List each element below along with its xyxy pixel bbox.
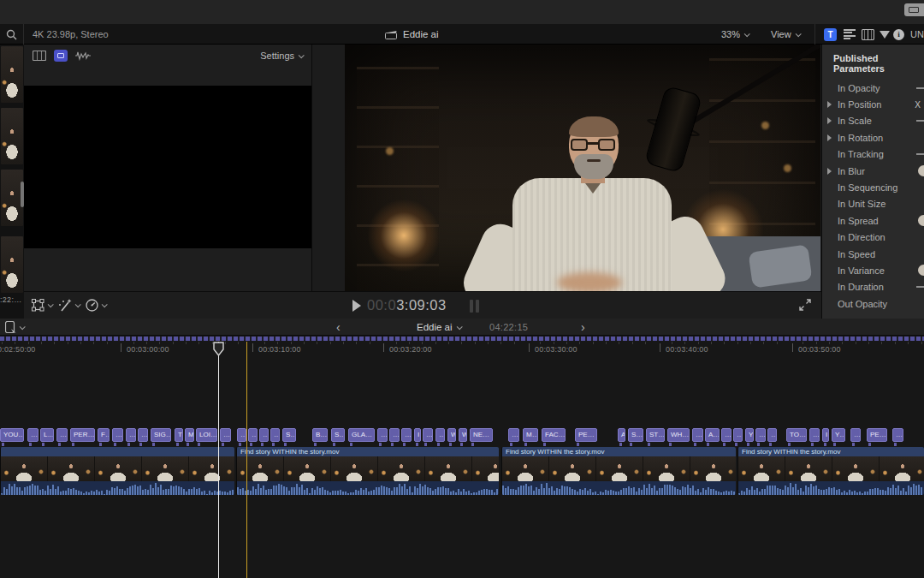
video-clip[interactable]: Find story WITHIN the story.mov bbox=[501, 447, 736, 495]
video-inspector-button[interactable] bbox=[860, 24, 875, 45]
title-clip[interactable]: … bbox=[56, 428, 68, 442]
title-clip[interactable]: … bbox=[423, 428, 433, 442]
titles-inspector-button[interactable]: T bbox=[823, 24, 838, 45]
title-clip[interactable]: S… bbox=[628, 428, 643, 442]
title-clip[interactable]: I bbox=[822, 428, 829, 442]
title-clip[interactable]: B… bbox=[312, 428, 328, 442]
timeline[interactable]: 0:02:50:0000:03:00:0000:03:10:0000:03:20… bbox=[0, 336, 924, 578]
title-clip[interactable]: M bbox=[185, 428, 194, 442]
inspector-row[interactable]: In Duration bbox=[822, 279, 924, 295]
title-clip[interactable]: YOU… bbox=[0, 428, 24, 442]
title-clip[interactable]: S… bbox=[282, 428, 296, 442]
zoom-level-dropdown[interactable]: 33% bbox=[721, 24, 749, 45]
title-clip[interactable]: F… bbox=[98, 428, 110, 442]
timeline-minimap[interactable] bbox=[0, 337, 924, 341]
title-clip[interactable]: … bbox=[401, 428, 412, 442]
title-clip[interactable]: … bbox=[237, 428, 246, 442]
fullscreen-button[interactable] bbox=[799, 299, 811, 311]
title-clip[interactable]: … bbox=[809, 428, 820, 442]
timeline-index-button[interactable] bbox=[5, 319, 24, 336]
title-clip[interactable]: PE… bbox=[867, 428, 887, 442]
title-clip[interactable]: S… bbox=[331, 428, 345, 442]
title-clip[interactable]: LOI… bbox=[196, 428, 217, 442]
inspector-row[interactable]: In Sequencing bbox=[822, 179, 924, 195]
title-clip[interactable]: … bbox=[138, 428, 148, 442]
film-frame-icon[interactable] bbox=[33, 51, 46, 61]
title-clip[interactable]: … bbox=[389, 428, 400, 442]
title-clip[interactable]: GLA… bbox=[348, 428, 375, 442]
playhead-pin[interactable] bbox=[213, 342, 224, 356]
title-clip[interactable]: … bbox=[508, 428, 519, 442]
title-clip[interactable]: … bbox=[126, 428, 136, 442]
title-clip[interactable]: … bbox=[27, 428, 38, 442]
title-clip[interactable]: SIG… bbox=[151, 428, 171, 442]
title-clip[interactable]: Y… bbox=[832, 428, 845, 442]
video-clip[interactable]: Find story WITHIN the story.mov bbox=[236, 447, 499, 495]
title-clip[interactable]: … bbox=[259, 428, 269, 442]
inspector-row[interactable]: In Opacity bbox=[822, 80, 924, 96]
title-clip[interactable]: PER… bbox=[70, 428, 95, 442]
browser-clip-thumbnail[interactable] bbox=[1, 46, 23, 103]
audio-waveform-icon[interactable] bbox=[75, 51, 91, 61]
inspector-row[interactable]: In Unit Size bbox=[822, 196, 924, 212]
title-clip[interactable]: … bbox=[112, 428, 123, 442]
inspector-row[interactable]: In Blur bbox=[822, 163, 924, 179]
title-clip[interactable]: … bbox=[721, 428, 732, 442]
timeline-forward-button[interactable]: › bbox=[581, 319, 585, 336]
title-clip[interactable]: W bbox=[459, 428, 467, 442]
inspector-row[interactable]: In Scale bbox=[822, 113, 924, 129]
title-clip[interactable]: PE… bbox=[575, 428, 597, 442]
video-preview[interactable] bbox=[345, 45, 820, 291]
title-clip[interactable]: FAC… bbox=[542, 428, 566, 442]
audio-meter[interactable] bbox=[476, 300, 479, 313]
video-clip[interactable] bbox=[0, 447, 234, 495]
title-clip[interactable]: … bbox=[755, 428, 766, 442]
title-clip[interactable]: … bbox=[850, 428, 861, 442]
inspector-row[interactable]: In Speed bbox=[822, 246, 924, 262]
view-dropdown[interactable]: View bbox=[771, 24, 800, 45]
playhead-line[interactable] bbox=[218, 342, 219, 578]
inspector-row[interactable]: In Variance bbox=[822, 262, 924, 278]
title-clip[interactable]: A bbox=[618, 428, 625, 442]
title-clip[interactable]: L… bbox=[40, 428, 54, 442]
browser-filmstrip[interactable]: :22:… bbox=[0, 45, 24, 319]
title-clip[interactable]: … bbox=[892, 428, 903, 442]
title-clip[interactable]: … bbox=[248, 428, 258, 442]
title-clip[interactable]: … bbox=[767, 428, 777, 442]
search-button[interactable] bbox=[0, 24, 24, 45]
disclosure-triangle-icon[interactable] bbox=[827, 101, 832, 108]
info-inspector-button[interactable]: i bbox=[891, 24, 906, 45]
play-button[interactable] bbox=[352, 300, 361, 312]
title-clip[interactable]: … bbox=[435, 428, 445, 442]
audio-meter[interactable] bbox=[470, 300, 473, 313]
disclosure-triangle-icon[interactable] bbox=[827, 134, 832, 141]
inspector-row[interactable]: In Tracking bbox=[822, 146, 924, 163]
title-clip[interactable]: WH… bbox=[667, 428, 690, 442]
timeline-project-dropdown[interactable]: Eddie ai bbox=[417, 319, 461, 336]
transform-tool-dropdown[interactable] bbox=[32, 299, 52, 312]
title-clip[interactable]: TO… bbox=[786, 428, 807, 442]
title-clip[interactable]: … bbox=[270, 428, 280, 442]
title-clip[interactable]: NE… bbox=[470, 428, 493, 442]
title-clip[interactable]: Y bbox=[745, 428, 754, 442]
title-clip[interactable]: … bbox=[377, 428, 388, 442]
title-clip[interactable]: ST… bbox=[646, 428, 665, 442]
title-clip[interactable]: … bbox=[733, 428, 743, 442]
disclosure-triangle-icon[interactable] bbox=[827, 117, 832, 124]
title-clip[interactable]: W bbox=[447, 428, 456, 442]
title-clip[interactable]: … bbox=[692, 428, 703, 442]
title-clip[interactable]: M… bbox=[523, 428, 538, 442]
inspector-row[interactable]: In Spread bbox=[822, 212, 924, 229]
browser-clip-thumbnail[interactable] bbox=[1, 108, 23, 164]
title-clip[interactable]: T bbox=[175, 428, 183, 442]
inspector-row[interactable]: In PositionX bbox=[822, 96, 924, 112]
video-clip[interactable]: Find story WITHIN the story.mov bbox=[737, 447, 924, 495]
retime-dropdown[interactable] bbox=[86, 299, 106, 312]
inspector-row[interactable]: In Direction bbox=[822, 229, 924, 246]
settings-dropdown[interactable]: Settings bbox=[260, 51, 303, 61]
enhancements-dropdown[interactable] bbox=[58, 299, 80, 312]
timeline-ruler[interactable]: 0:02:50:0000:03:00:0000:03:10:0000:03:20… bbox=[0, 342, 924, 355]
timeline-back-button[interactable]: ‹ bbox=[336, 319, 341, 336]
title-clip[interactable]: A… bbox=[705, 428, 720, 442]
title-clip[interactable]: I bbox=[414, 428, 421, 442]
